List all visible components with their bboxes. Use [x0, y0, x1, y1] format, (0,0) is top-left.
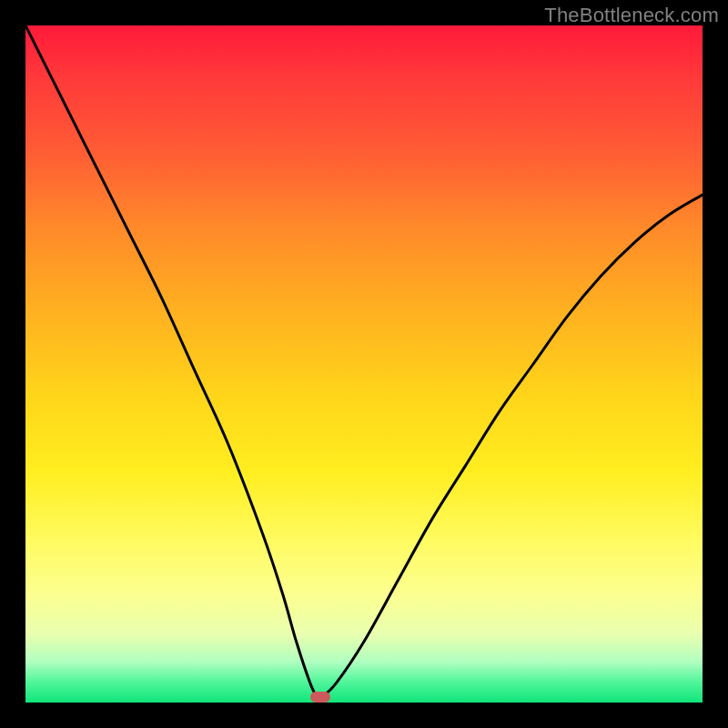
chart-container: TheBottleneck.com	[0, 0, 728, 728]
optimum-marker	[310, 692, 330, 703]
plot-area	[25, 25, 703, 703]
bottleneck-curve	[25, 25, 703, 703]
watermark: TheBottleneck.com	[544, 4, 719, 27]
